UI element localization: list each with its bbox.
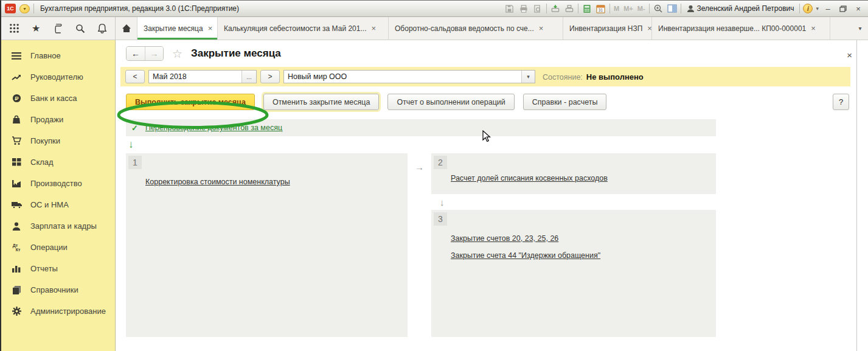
tab-bar: ★ Закрытие месяца × Калькуляция себестои… bbox=[1, 17, 868, 40]
step-1-panel: 1 Корректировка стоимости номенклатуры bbox=[126, 153, 408, 337]
memory-m-plus-button[interactable]: M+ bbox=[623, 5, 634, 12]
window-titlebar: 1С ▾ Бухгалтерия предприятия, редакция 3… bbox=[1, 1, 868, 17]
memory-m-button[interactable]: M bbox=[613, 5, 620, 12]
user-name: Зеленский Андрей Петрович bbox=[697, 4, 794, 13]
sidebar-item-reports[interactable]: Отчеты bbox=[1, 258, 115, 279]
check-icon: ✓ bbox=[131, 123, 138, 133]
tab-close-icon[interactable]: × bbox=[811, 24, 816, 33]
search-icon[interactable] bbox=[74, 22, 87, 35]
tab-month-closing[interactable]: Закрытие месяца × bbox=[137, 17, 218, 40]
flow-arrow-right-icon: → bbox=[408, 153, 431, 337]
add-to-favorites-star-icon[interactable]: ☆ bbox=[172, 47, 182, 61]
divider bbox=[649, 4, 650, 13]
calendar-day-text: 31 bbox=[599, 8, 603, 12]
sidebar-item-production[interactable]: Производство bbox=[1, 173, 115, 194]
current-user[interactable]: Зеленский Андрей Петрович bbox=[684, 4, 797, 13]
sidebar-item-label: Администрирование bbox=[30, 307, 106, 316]
reposting-documents-link[interactable]: Перепроведение документов за месяц bbox=[145, 123, 282, 132]
minimize-button[interactable]: – bbox=[822, 3, 834, 14]
tab-cost-calculation[interactable]: Калькуляция себестоимости за Май 201... … bbox=[218, 17, 389, 40]
tab-close-icon[interactable]: × bbox=[371, 24, 376, 33]
reposting-row: ✓ Перепроведение документов за месяц bbox=[126, 119, 716, 136]
zoom-in-icon[interactable] bbox=[653, 4, 664, 13]
history-icon[interactable] bbox=[52, 22, 65, 35]
divider bbox=[578, 4, 578, 13]
home-tab-button[interactable] bbox=[116, 17, 137, 40]
info-icon[interactable]: i bbox=[803, 4, 813, 13]
organization-dropdown-icon[interactable]: ▾ bbox=[521, 71, 535, 83]
sidebar-item-bank-cash[interactable]: P Банк и касса bbox=[1, 88, 115, 109]
sidebar-item-main[interactable]: Главное bbox=[1, 45, 115, 66]
calculator-icon[interactable] bbox=[582, 4, 592, 13]
shopping-bag-icon bbox=[11, 115, 22, 124]
chevron-down-icon[interactable]: ▾ bbox=[816, 5, 819, 12]
step-1-link-nomenclature-cost[interactable]: Корректировка стоимости номенклатуры bbox=[145, 178, 405, 186]
sidebar-item-label: Главное bbox=[30, 51, 61, 60]
print-icon[interactable] bbox=[518, 4, 529, 13]
close-window-button[interactable]: × bbox=[852, 3, 864, 14]
closing-steps: 1 Корректировка стоимости номенклатуры →… bbox=[126, 153, 868, 337]
previous-month-button[interactable]: < bbox=[125, 70, 145, 83]
app-logo-1c: 1С bbox=[5, 4, 16, 13]
tab-close-icon[interactable]: × bbox=[208, 24, 213, 33]
tab-close-icon[interactable]: × bbox=[539, 24, 544, 33]
next-month-button[interactable]: > bbox=[260, 70, 280, 83]
sidebar-item-operations[interactable]: ДтКт Операции bbox=[1, 237, 115, 258]
person-icon bbox=[11, 222, 22, 231]
tab-label: Инвентаризация незаверше... КП00-000001 bbox=[658, 24, 806, 33]
ruble-coin-icon: P bbox=[11, 94, 22, 103]
flow-arrow-down-icon: ↓ bbox=[431, 194, 716, 210]
split-view-icon[interactable] bbox=[667, 4, 678, 13]
divider bbox=[681, 4, 681, 13]
help-button[interactable]: ? bbox=[833, 94, 849, 110]
apps-grid-icon[interactable] bbox=[7, 22, 21, 35]
step-number-badge: 3 bbox=[434, 212, 447, 226]
sidebar-item-administration[interactable]: Администрирование bbox=[1, 301, 115, 322]
restore-button[interactable] bbox=[837, 3, 849, 14]
sidebar-item-manager[interactable]: Руководителю bbox=[1, 66, 115, 88]
step-number-badge: 1 bbox=[128, 156, 142, 169]
memory-m-minus-button[interactable]: M- bbox=[637, 5, 646, 12]
tabs-overflow-dropdown-icon[interactable]: ▾ bbox=[852, 17, 868, 40]
save-icon[interactable] bbox=[504, 4, 515, 13]
period-field[interactable]: Май 2018 ... bbox=[148, 70, 257, 83]
tab-wip-inventory[interactable]: Инвентаризация НЗП × bbox=[563, 17, 652, 40]
print-preview-icon[interactable] bbox=[532, 4, 543, 13]
sidebar-item-label: Зарплата и кадры bbox=[30, 221, 97, 231]
tab-balance-sheet[interactable]: Оборотно-сальдовая ведомость по сче... × bbox=[389, 17, 563, 40]
calendar-icon[interactable]: 31 bbox=[595, 4, 606, 13]
step-3-link-close-accounts[interactable]: Закрытие счетов 20, 23, 25, 26 bbox=[451, 234, 713, 243]
back-button[interactable]: ← bbox=[127, 47, 145, 60]
main-menu-dropdown-icon[interactable]: ▾ bbox=[19, 4, 30, 13]
trend-chart-icon bbox=[11, 74, 22, 81]
month-closing-form: ← → ☆ Закрытие месяца × < Май 2018 ... >… bbox=[116, 40, 868, 351]
period-browse-button[interactable]: ... bbox=[241, 71, 256, 83]
operations-report-button[interactable]: Отчет о выполнении операций bbox=[387, 94, 514, 110]
cancel-closing-button[interactable]: Отменить закрытие месяца bbox=[263, 94, 380, 110]
organization-select[interactable]: Новый мир ООО ▾ bbox=[283, 70, 535, 83]
close-form-icon[interactable]: × bbox=[847, 50, 852, 60]
tab-wip-inventory-doc[interactable]: Инвентаризация незаверше... КП00-000001 … bbox=[652, 17, 830, 40]
boxes-grid-icon bbox=[11, 158, 22, 166]
sidebar-item-label: ОС и НМА bbox=[30, 200, 69, 209]
sidebar-item-sales[interactable]: Продажи bbox=[1, 109, 115, 130]
bar-chart-icon bbox=[11, 265, 22, 273]
notifications-bell-icon[interactable] bbox=[95, 22, 109, 35]
tab-close-icon[interactable]: × bbox=[647, 24, 652, 33]
forward-button[interactable]: → bbox=[145, 47, 163, 60]
sidebar-item-purchases[interactable]: Покупки bbox=[1, 130, 115, 151]
actions-toolbar: Выполнить закрытие месяца Отменить закры… bbox=[120, 94, 850, 110]
step-3-link-close-account-44[interactable]: Закрытие счета 44 "Издержки обращения" bbox=[451, 251, 713, 260]
sidebar-item-fixed-assets[interactable]: ОС и НМА bbox=[1, 194, 115, 215]
references-calculations-button[interactable]: Справки - расчеты bbox=[523, 94, 607, 110]
sidebar-item-payroll-hr[interactable]: Зарплата и кадры bbox=[1, 215, 115, 237]
favorites-star-icon[interactable]: ★ bbox=[29, 22, 43, 35]
send-to-file-icon[interactable] bbox=[550, 4, 561, 13]
sidebar-item-warehouse[interactable]: Склад bbox=[1, 151, 115, 173]
perform-closing-button[interactable]: Выполнить закрытие месяца bbox=[126, 94, 255, 110]
step-2-link-indirect-costs[interactable]: Расчет долей списания косвенных расходов bbox=[451, 174, 713, 182]
shopping-cart-icon bbox=[11, 136, 22, 145]
sidebar-item-label: Производство bbox=[30, 179, 82, 188]
save-copy-icon[interactable] bbox=[564, 4, 575, 13]
sidebar-item-directories[interactable]: Справочники bbox=[1, 279, 115, 301]
